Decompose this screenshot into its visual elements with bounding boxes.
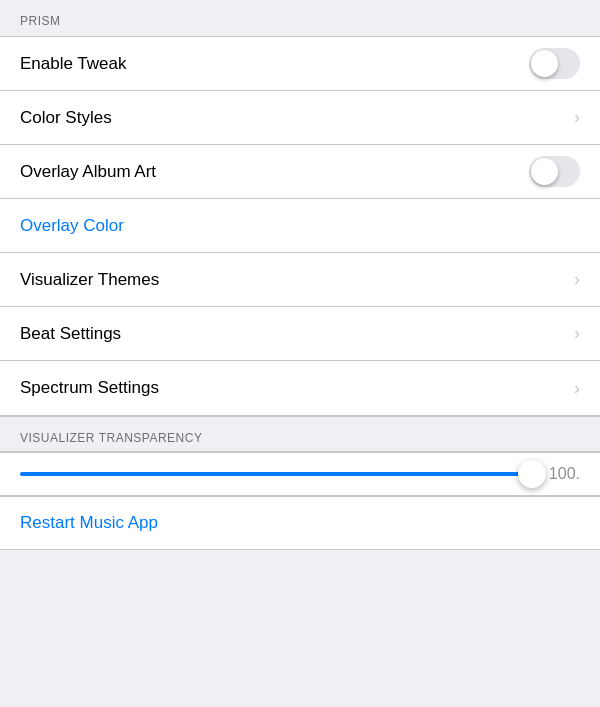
overlay-color-label: Overlay Color [20, 216, 124, 236]
overlay-album-art-label: Overlay Album Art [20, 162, 156, 182]
spectrum-settings-chevron-icon: › [574, 378, 580, 399]
visualizer-themes-label: Visualizer Themes [20, 270, 159, 290]
overlay-album-art-row[interactable]: Overlay Album Art [0, 145, 600, 199]
visualizer-transparency-header: VISUALIZER TRANSPARENCY [0, 416, 600, 452]
overlay-album-art-toggle-knob [531, 158, 558, 185]
prism-section-header: PRISM [0, 0, 600, 36]
restart-music-app-label: Restart Music App [20, 513, 158, 532]
visualizer-transparency-label: VISUALIZER TRANSPARENCY [20, 431, 202, 445]
restart-row[interactable]: Restart Music App [0, 496, 600, 550]
spectrum-settings-label: Spectrum Settings [20, 378, 159, 398]
overlay-album-art-toggle[interactable] [529, 156, 580, 187]
overlay-color-row[interactable]: Overlay Color [0, 199, 600, 253]
slider-value: 100. [544, 465, 580, 483]
enable-tweak-toggle[interactable] [529, 48, 580, 79]
visualizer-transparency-section: VISUALIZER TRANSPARENCY 100. [0, 416, 600, 496]
slider-thumb[interactable] [518, 460, 546, 488]
beat-settings-chevron-icon: › [574, 323, 580, 344]
visualizer-themes-row[interactable]: Visualizer Themes › [0, 253, 600, 307]
color-styles-chevron-icon: › [574, 107, 580, 128]
slider-track-container[interactable] [20, 472, 532, 476]
spectrum-settings-row[interactable]: Spectrum Settings › [0, 361, 600, 415]
beat-settings-label: Beat Settings [20, 324, 121, 344]
enable-tweak-row[interactable]: Enable Tweak [0, 37, 600, 91]
color-styles-row[interactable]: Color Styles › [0, 91, 600, 145]
visualizer-themes-chevron-icon: › [574, 269, 580, 290]
slider-fill [20, 472, 532, 476]
beat-settings-row[interactable]: Beat Settings › [0, 307, 600, 361]
settings-container: PRISM Enable Tweak Color Styles › Overla… [0, 0, 600, 707]
prism-settings-group: Enable Tweak Color Styles › Overlay Albu… [0, 36, 600, 416]
slider-track [20, 472, 532, 476]
color-styles-label: Color Styles [20, 108, 112, 128]
enable-tweak-label: Enable Tweak [20, 54, 126, 74]
slider-row: 100. [0, 452, 600, 496]
bottom-space [0, 550, 600, 570]
toggle-knob [531, 50, 558, 77]
